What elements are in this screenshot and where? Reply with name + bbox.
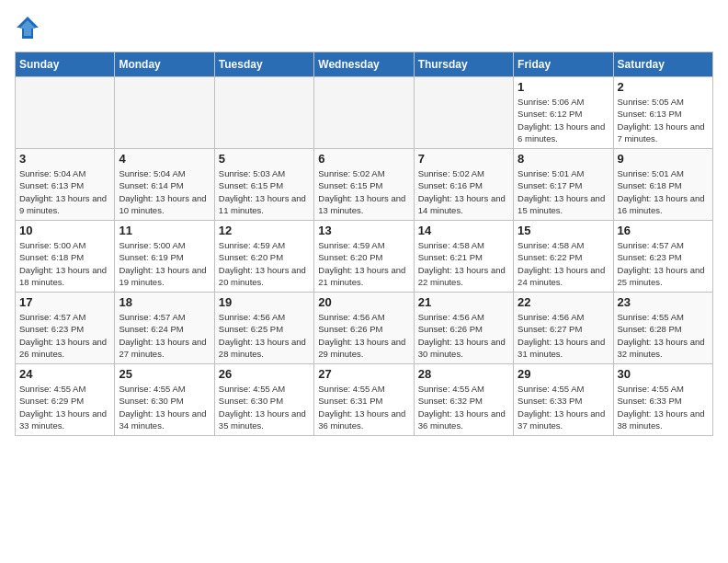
weekday-header: Friday [514, 52, 613, 77]
calendar-cell: 17Sunrise: 4:57 AM Sunset: 6:23 PM Dayli… [16, 293, 115, 364]
calendar-cell: 12Sunrise: 4:59 AM Sunset: 6:20 PM Dayli… [214, 221, 313, 293]
day-info: Sunrise: 5:04 AM Sunset: 6:14 PM Dayligh… [119, 167, 210, 216]
calendar-cell: 4Sunrise: 5:04 AM Sunset: 6:14 PM Daylig… [115, 149, 214, 221]
day-info: Sunrise: 4:55 AM Sunset: 6:30 PM Dayligh… [119, 383, 210, 431]
day-number: 28 [418, 367, 509, 381]
calendar-week-row: 3Sunrise: 5:04 AM Sunset: 6:13 PM Daylig… [16, 149, 713, 221]
day-number: 13 [318, 224, 409, 237]
day-number: 15 [518, 224, 609, 237]
calendar-cell [214, 77, 313, 149]
day-number: 2 [618, 80, 709, 94]
day-number: 3 [19, 152, 110, 166]
weekday-header: Saturday [613, 52, 712, 77]
day-info: Sunrise: 4:56 AM Sunset: 6:26 PM Dayligh… [418, 311, 509, 360]
day-info: Sunrise: 4:56 AM Sunset: 6:25 PM Dayligh… [219, 311, 310, 360]
day-info: Sunrise: 4:56 AM Sunset: 6:27 PM Dayligh… [518, 311, 609, 360]
calendar-cell: 10Sunrise: 5:00 AM Sunset: 6:18 PM Dayli… [16, 221, 115, 293]
day-info: Sunrise: 5:00 AM Sunset: 6:19 PM Dayligh… [119, 239, 210, 288]
calendar-cell [115, 77, 214, 149]
day-number: 5 [219, 152, 310, 166]
calendar-cell: 24Sunrise: 4:55 AM Sunset: 6:29 PM Dayli… [16, 364, 115, 436]
header [15, 15, 713, 40]
day-number: 24 [19, 367, 110, 381]
day-info: Sunrise: 4:59 AM Sunset: 6:20 PM Dayligh… [318, 239, 409, 288]
day-info: Sunrise: 4:58 AM Sunset: 6:21 PM Dayligh… [418, 239, 509, 288]
day-info: Sunrise: 4:57 AM Sunset: 6:23 PM Dayligh… [618, 239, 709, 288]
day-number: 7 [418, 152, 509, 166]
day-info: Sunrise: 4:55 AM Sunset: 6:33 PM Dayligh… [518, 383, 609, 431]
calendar-cell: 13Sunrise: 4:59 AM Sunset: 6:20 PM Dayli… [314, 221, 414, 293]
calendar-cell: 6Sunrise: 5:02 AM Sunset: 6:15 PM Daylig… [314, 149, 414, 221]
day-number: 14 [418, 224, 509, 237]
day-info: Sunrise: 4:57 AM Sunset: 6:24 PM Dayligh… [119, 311, 210, 360]
weekday-header: Tuesday [214, 52, 313, 77]
logo [15, 15, 44, 40]
calendar-cell: 27Sunrise: 4:55 AM Sunset: 6:31 PM Dayli… [314, 364, 414, 436]
calendar-week-row: 24Sunrise: 4:55 AM Sunset: 6:29 PM Dayli… [16, 364, 713, 436]
calendar-header-row: SundayMondayTuesdayWednesdayThursdayFrid… [16, 52, 713, 77]
calendar-cell: 19Sunrise: 4:56 AM Sunset: 6:25 PM Dayli… [214, 293, 313, 364]
calendar-cell: 5Sunrise: 5:03 AM Sunset: 6:15 PM Daylig… [214, 149, 313, 221]
day-number: 27 [318, 367, 409, 381]
logo-icon [15, 15, 40, 40]
day-number: 17 [19, 295, 110, 309]
day-info: Sunrise: 5:05 AM Sunset: 6:13 PM Dayligh… [618, 96, 709, 144]
calendar-week-row: 10Sunrise: 5:00 AM Sunset: 6:18 PM Dayli… [16, 221, 713, 293]
day-info: Sunrise: 5:06 AM Sunset: 6:12 PM Dayligh… [518, 96, 609, 144]
day-number: 19 [219, 295, 310, 309]
calendar-cell: 29Sunrise: 4:55 AM Sunset: 6:33 PM Dayli… [514, 364, 613, 436]
day-number: 22 [518, 295, 609, 309]
day-number: 23 [618, 295, 709, 309]
calendar-cell: 22Sunrise: 4:56 AM Sunset: 6:27 PM Dayli… [514, 293, 613, 364]
day-info: Sunrise: 4:55 AM Sunset: 6:32 PM Dayligh… [418, 383, 509, 431]
day-number: 12 [219, 224, 310, 237]
day-info: Sunrise: 5:02 AM Sunset: 6:16 PM Dayligh… [418, 167, 509, 216]
calendar-cell: 28Sunrise: 4:55 AM Sunset: 6:32 PM Dayli… [414, 364, 513, 436]
day-info: Sunrise: 4:55 AM Sunset: 6:30 PM Dayligh… [219, 383, 310, 431]
day-info: Sunrise: 4:59 AM Sunset: 6:20 PM Dayligh… [219, 239, 310, 288]
day-number: 18 [119, 295, 210, 309]
calendar-cell: 11Sunrise: 5:00 AM Sunset: 6:19 PM Dayli… [115, 221, 214, 293]
day-info: Sunrise: 5:01 AM Sunset: 6:18 PM Dayligh… [618, 167, 709, 216]
calendar-cell: 25Sunrise: 4:55 AM Sunset: 6:30 PM Dayli… [115, 364, 214, 436]
day-info: Sunrise: 5:03 AM Sunset: 6:15 PM Dayligh… [219, 167, 310, 216]
day-info: Sunrise: 5:04 AM Sunset: 6:13 PM Dayligh… [19, 167, 110, 216]
day-number: 10 [19, 224, 110, 237]
calendar-cell: 7Sunrise: 5:02 AM Sunset: 6:16 PM Daylig… [414, 149, 513, 221]
day-number: 29 [518, 367, 609, 381]
calendar-cell [414, 77, 513, 149]
day-info: Sunrise: 4:55 AM Sunset: 6:28 PM Dayligh… [618, 311, 709, 360]
day-info: Sunrise: 4:58 AM Sunset: 6:22 PM Dayligh… [518, 239, 609, 288]
calendar-cell [314, 77, 414, 149]
day-number: 20 [318, 295, 409, 309]
calendar-cell: 15Sunrise: 4:58 AM Sunset: 6:22 PM Dayli… [514, 221, 613, 293]
calendar-cell: 2Sunrise: 5:05 AM Sunset: 6:13 PM Daylig… [613, 77, 712, 149]
weekday-header: Wednesday [314, 52, 414, 77]
day-info: Sunrise: 4:55 AM Sunset: 6:31 PM Dayligh… [318, 383, 409, 431]
day-number: 8 [518, 152, 609, 166]
calendar-week-row: 1Sunrise: 5:06 AM Sunset: 6:12 PM Daylig… [16, 77, 713, 149]
calendar-week-row: 17Sunrise: 4:57 AM Sunset: 6:23 PM Dayli… [16, 293, 713, 364]
calendar-cell: 26Sunrise: 4:55 AM Sunset: 6:30 PM Dayli… [214, 364, 313, 436]
calendar-cell: 23Sunrise: 4:55 AM Sunset: 6:28 PM Dayli… [613, 293, 712, 364]
calendar-cell: 21Sunrise: 4:56 AM Sunset: 6:26 PM Dayli… [414, 293, 513, 364]
calendar-cell: 1Sunrise: 5:06 AM Sunset: 6:12 PM Daylig… [514, 77, 613, 149]
day-number: 4 [119, 152, 210, 166]
day-number: 1 [518, 80, 609, 94]
weekday-header: Sunday [16, 52, 115, 77]
day-number: 25 [119, 367, 210, 381]
calendar-cell: 8Sunrise: 5:01 AM Sunset: 6:17 PM Daylig… [514, 149, 613, 221]
day-info: Sunrise: 5:01 AM Sunset: 6:17 PM Dayligh… [518, 167, 609, 216]
day-info: Sunrise: 4:55 AM Sunset: 6:29 PM Dayligh… [19, 383, 110, 431]
calendar-table: SundayMondayTuesdayWednesdayThursdayFrid… [15, 52, 713, 436]
calendar-cell: 16Sunrise: 4:57 AM Sunset: 6:23 PM Dayli… [613, 221, 712, 293]
day-number: 16 [618, 224, 709, 237]
day-number: 21 [418, 295, 509, 309]
day-number: 26 [219, 367, 310, 381]
day-number: 11 [119, 224, 210, 237]
weekday-header: Monday [115, 52, 214, 77]
calendar-cell: 30Sunrise: 4:55 AM Sunset: 6:33 PM Dayli… [613, 364, 712, 436]
calendar-cell: 3Sunrise: 5:04 AM Sunset: 6:13 PM Daylig… [16, 149, 115, 221]
day-info: Sunrise: 5:02 AM Sunset: 6:15 PM Dayligh… [318, 167, 409, 216]
calendar-cell [16, 77, 115, 149]
